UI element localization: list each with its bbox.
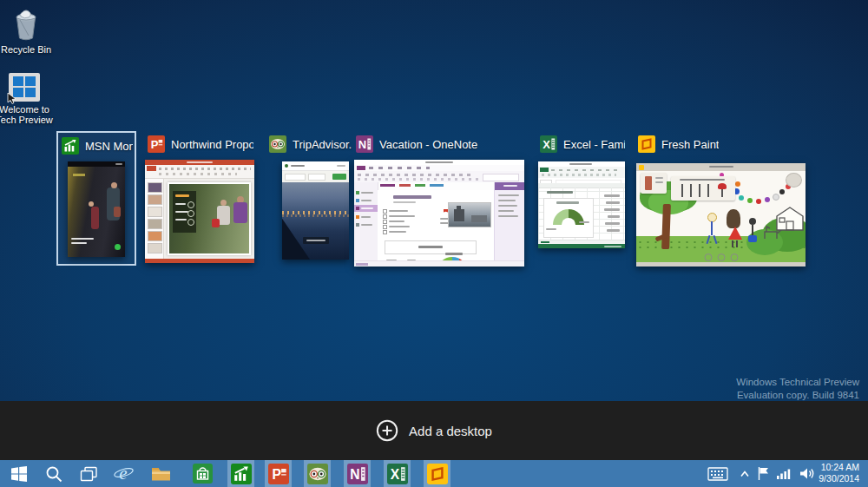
desktop-icon-label: Recycle Bin	[1, 44, 51, 55]
network-button[interactable]	[773, 460, 793, 487]
svg-text:X: X	[390, 467, 399, 482]
svg-text:N: N	[350, 467, 359, 482]
taskbar-app-excel[interactable]: X	[384, 460, 411, 487]
window-title: TripAdvisor...	[293, 138, 352, 151]
task-view-window-fresh-paint[interactable]: Fresh Paint	[635, 131, 808, 267]
start-icon	[9, 464, 30, 484]
window-title-row: MSN Mon...	[62, 136, 133, 155]
keyboard-icon	[707, 467, 728, 481]
volume-button[interactable]	[795, 460, 818, 487]
onenote-icon: N	[356, 135, 373, 153]
taskbar-app-fresh-paint[interactable]	[424, 460, 450, 487]
excel-icon: X	[540, 135, 557, 153]
store-button[interactable]	[186, 460, 219, 487]
file-explorer-button[interactable]	[144, 460, 177, 487]
windows-watermark: Windows Technical Preview Evaluation cop…	[736, 376, 859, 402]
window-thumbnail-powerpoint[interactable]	[145, 160, 254, 263]
window-title: Excel - Family...	[563, 138, 625, 151]
flag-icon	[757, 466, 770, 481]
window-title-row: P Northwind Proposa...	[148, 135, 253, 154]
internet-explorer-button[interactable]: e	[108, 460, 139, 487]
start-button[interactable]	[3, 460, 35, 487]
watermark-line2: Evaluation copy. Build 9841	[736, 389, 859, 402]
welcome-tile-icon	[9, 73, 40, 102]
powerpoint-icon: P	[148, 135, 165, 153]
svg-text:e: e	[119, 463, 127, 484]
task-view-window-excel[interactable]: X Excel - Family...	[536, 131, 627, 253]
add-desktop-label: Add a desktop	[409, 424, 492, 438]
window-title: Vacation - OneNote	[379, 138, 477, 151]
window-thumbnail-onenote[interactable]	[354, 160, 524, 267]
chevron-up-icon	[740, 470, 750, 478]
msn-money-icon	[231, 464, 252, 484]
window-title: Fresh Paint	[661, 138, 719, 151]
window-thumbnail-tripadvisor[interactable]	[282, 161, 349, 260]
svg-text:X: X	[542, 138, 550, 151]
touch-keyboard-button[interactable]	[703, 460, 733, 487]
task-view-icon	[79, 464, 99, 484]
search-icon	[44, 464, 63, 484]
internet-explorer-icon: e	[113, 463, 135, 484]
file-explorer-icon	[150, 464, 172, 484]
svg-text:P: P	[272, 467, 280, 482]
clock[interactable]: 10:24 AM 9/30/2014	[819, 462, 859, 485]
desktop-icon-label: Welcome to	[0, 104, 49, 115]
taskbar-app-msn-money[interactable]	[227, 460, 254, 487]
taskbar: e	[0, 460, 868, 487]
show-hidden-icons-button[interactable]	[736, 460, 753, 487]
svg-text:N: N	[358, 138, 366, 151]
tripadvisor-icon	[307, 464, 328, 484]
window-title-row: N Vacation - OneNote	[356, 135, 524, 154]
clock-date: 9/30/2014	[819, 473, 859, 484]
task-view-window-tripadvisor[interactable]: TripAdvisor...	[266, 131, 354, 263]
powerpoint-icon: P	[268, 464, 289, 484]
desktops-bar: Add a desktop	[0, 401, 868, 460]
search-button[interactable]	[38, 460, 69, 487]
task-view-window-msn-money[interactable]: MSN Mon...	[56, 131, 136, 266]
excel-icon: X	[387, 464, 408, 484]
network-icon	[776, 467, 791, 480]
taskbar-app-onenote[interactable]: N	[344, 460, 371, 487]
msn-money-icon	[62, 137, 79, 155]
svg-text:P: P	[151, 138, 159, 151]
fresh-paint-icon	[638, 135, 655, 153]
task-view-button[interactable]	[73, 460, 104, 487]
desktop-icon-recycle-bin[interactable]: Recycle Bin	[0, 7, 57, 55]
desktop-icon-label: Tech Preview	[0, 115, 53, 125]
add-desktop-button[interactable]: Add a desktop	[376, 419, 492, 442]
plus-circle-icon	[376, 419, 398, 442]
window-title-row: X Excel - Family...	[540, 135, 625, 154]
action-center-button[interactable]	[753, 460, 773, 487]
clock-time: 10:24 AM	[819, 462, 859, 473]
house-doodle	[773, 206, 806, 232]
onenote-icon: N	[347, 464, 368, 484]
tripadvisor-icon	[269, 135, 286, 153]
windows-task-view-screen: Recycle Bin Welcome to Tech Preview	[0, 0, 868, 487]
window-title: MSN Mon...	[85, 140, 133, 153]
window-title: Northwind Proposa...	[171, 138, 253, 151]
cursor-icon	[7, 93, 16, 104]
window-thumbnail-excel[interactable]	[538, 161, 625, 248]
recycle-bin-icon	[10, 7, 42, 42]
window-title-row: TripAdvisor...	[269, 135, 352, 154]
store-icon	[192, 463, 214, 484]
window-title-row: Fresh Paint	[638, 135, 806, 154]
fresh-paint-icon	[427, 464, 448, 484]
desktop-icon-welcome-tech-preview[interactable]: Welcome to Tech Preview	[0, 73, 56, 125]
watermark-line1: Windows Technical Preview	[736, 376, 859, 389]
window-thumbnail-fresh-paint[interactable]	[636, 163, 806, 267]
taskbar-app-tripadvisor[interactable]	[304, 460, 331, 487]
taskbar-app-powerpoint[interactable]: P	[265, 460, 292, 487]
window-thumbnail-msn-money[interactable]	[68, 161, 125, 257]
volume-icon	[799, 466, 815, 481]
task-view-window-powerpoint[interactable]: P Northwind Proposa...	[144, 131, 255, 266]
task-view-window-onenote[interactable]: N Vacation - OneNote	[352, 131, 526, 268]
